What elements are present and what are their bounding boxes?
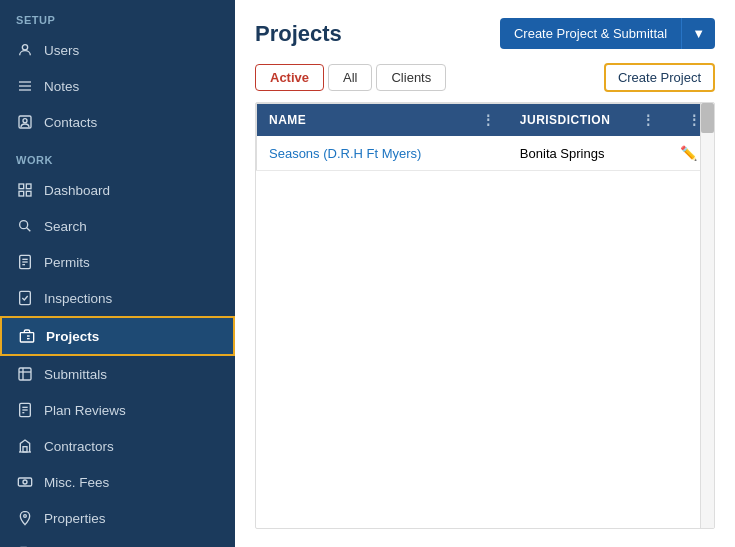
main-header: Projects Create Project & Submittal ▼ xyxy=(255,18,715,49)
dropdown-arrow-icon: ▼ xyxy=(692,26,705,41)
project-name-link[interactable]: Seasons (D.R.H Ft Myers) xyxy=(269,146,421,161)
sidebar-item-search[interactable]: Search xyxy=(0,208,235,244)
create-dropdown-button[interactable]: ▼ xyxy=(681,18,715,49)
sidebar-item-label: Notes xyxy=(44,79,79,94)
sidebar-item-label: Dashboard xyxy=(44,183,110,198)
create-project-submittal-button[interactable]: Create Project & Submittal xyxy=(500,18,681,49)
project-jurisdiction-cell: Bonita Springs xyxy=(508,136,668,171)
sidebar-item-reports[interactable]: Reports xyxy=(0,536,235,547)
tabs-row: Active All Clients Create Project xyxy=(255,63,715,92)
main-content: Projects Create Project & Submittal ▼ Ac… xyxy=(235,0,735,547)
svg-rect-29 xyxy=(23,447,27,452)
tabs: Active All Clients xyxy=(255,64,446,91)
project-name-cell: Seasons (D.R.H Ft Myers) xyxy=(257,136,508,171)
setup-section-label: SETUP xyxy=(0,0,235,32)
col-header-name: NAME ⋮ xyxy=(257,104,508,137)
sidebar-item-label: Users xyxy=(44,43,79,58)
col-name-menu-icon[interactable]: ⋮ xyxy=(481,112,495,128)
svg-point-32 xyxy=(24,515,27,518)
sidebar-item-users[interactable]: Users xyxy=(0,32,235,68)
sidebar-item-permits[interactable]: Permits xyxy=(0,244,235,280)
inspections-icon xyxy=(16,289,34,307)
sidebar-item-contacts[interactable]: Contacts xyxy=(0,104,235,140)
projects-table-wrapper: NAME ⋮ JURISDICTION ⋮ ⋮ xyxy=(255,102,715,529)
scrollbar-thumb xyxy=(701,103,714,133)
sidebar-item-label: Contractors xyxy=(44,439,114,454)
sidebar-item-label: Inspections xyxy=(44,291,112,306)
users-icon xyxy=(16,41,34,59)
plan-reviews-icon xyxy=(16,401,34,419)
misc-fees-icon xyxy=(16,473,34,491)
tab-clients[interactable]: Clients xyxy=(376,64,446,91)
sidebar-item-label: Misc. Fees xyxy=(44,475,109,490)
svg-point-0 xyxy=(22,45,27,50)
work-section-label: WORK xyxy=(0,140,235,172)
table-scrollbar[interactable] xyxy=(700,103,714,528)
svg-rect-8 xyxy=(19,191,24,196)
sidebar-item-notes[interactable]: Notes xyxy=(0,68,235,104)
sidebar-item-dashboard[interactable]: Dashboard xyxy=(0,172,235,208)
svg-rect-9 xyxy=(26,191,31,196)
sidebar-item-label: Search xyxy=(44,219,87,234)
projects-table: NAME ⋮ JURISDICTION ⋮ ⋮ xyxy=(256,103,714,171)
sidebar-item-misc-fees[interactable]: Misc. Fees xyxy=(0,464,235,500)
sidebar-item-label: Plan Reviews xyxy=(44,403,126,418)
tab-active[interactable]: Active xyxy=(255,64,324,91)
svg-line-11 xyxy=(27,228,31,232)
submittals-icon xyxy=(16,365,34,383)
sidebar: SETUP Users Notes Contacts WORK Dashboar… xyxy=(0,0,235,547)
sidebar-item-projects[interactable]: Projects xyxy=(0,316,235,356)
create-btn-group: Create Project & Submittal ▼ xyxy=(500,18,715,49)
page-title: Projects xyxy=(255,21,342,47)
table-header-row: NAME ⋮ JURISDICTION ⋮ ⋮ xyxy=(257,104,714,137)
sidebar-item-inspections[interactable]: Inspections xyxy=(0,280,235,316)
col-header-jurisdiction: JURISDICTION ⋮ xyxy=(508,104,668,137)
col-actions-menu-icon[interactable]: ⋮ xyxy=(687,112,701,128)
create-project-button[interactable]: Create Project xyxy=(604,63,715,92)
properties-icon xyxy=(16,509,34,527)
svg-rect-6 xyxy=(19,184,24,189)
svg-point-10 xyxy=(20,221,28,229)
permits-icon xyxy=(16,253,34,271)
sidebar-item-contractors[interactable]: Contractors xyxy=(0,428,235,464)
svg-rect-22 xyxy=(19,368,31,380)
sidebar-item-label: Properties xyxy=(44,511,106,526)
sidebar-item-submittals[interactable]: Submittals xyxy=(0,356,235,392)
tab-all[interactable]: All xyxy=(328,64,372,91)
table-row: Seasons (D.R.H Ft Myers) Bonita Springs … xyxy=(257,136,714,171)
search-icon xyxy=(16,217,34,235)
edit-icon[interactable]: ✏️ xyxy=(680,145,697,161)
dashboard-icon xyxy=(16,181,34,199)
svg-rect-7 xyxy=(26,184,31,189)
svg-rect-16 xyxy=(20,291,31,304)
sidebar-item-label: Submittals xyxy=(44,367,107,382)
notes-icon xyxy=(16,77,34,95)
sidebar-item-label: Permits xyxy=(44,255,90,270)
sidebar-item-label: Projects xyxy=(46,329,99,344)
svg-rect-30 xyxy=(18,478,31,486)
sidebar-item-label: Contacts xyxy=(44,115,97,130)
svg-point-31 xyxy=(23,480,27,484)
sidebar-item-plan-reviews[interactable]: Plan Reviews xyxy=(0,392,235,428)
svg-point-5 xyxy=(23,119,27,123)
col-jurisdiction-menu-icon[interactable]: ⋮ xyxy=(641,112,655,128)
sidebar-item-properties[interactable]: Properties xyxy=(0,500,235,536)
contacts-icon xyxy=(16,113,34,131)
svg-rect-17 xyxy=(20,333,33,342)
projects-icon xyxy=(18,327,36,345)
contractors-icon xyxy=(16,437,34,455)
